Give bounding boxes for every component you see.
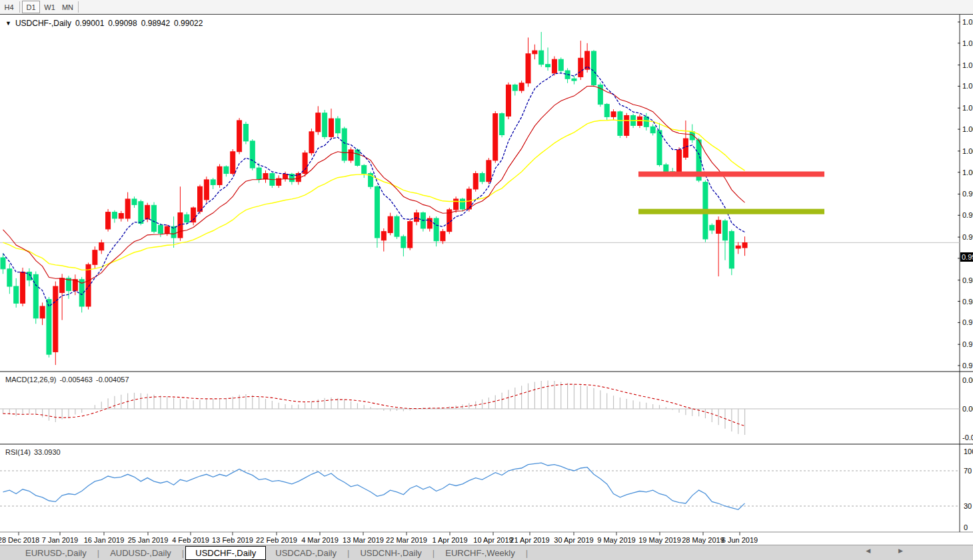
date-axis-label: 28 Dec 2018 (0, 536, 39, 544)
candle-body (47, 300, 51, 354)
candle-body (434, 218, 439, 241)
candle-body (1, 258, 5, 269)
candle-body (99, 243, 104, 250)
candle-body (585, 51, 590, 69)
candle-body (119, 213, 123, 218)
candle-body (60, 278, 65, 293)
candle-body (546, 65, 550, 67)
candle-body (33, 274, 38, 318)
date-axis-label: 28 May 2019 (682, 536, 724, 544)
timeframe-button-d1[interactable]: D1 (22, 1, 40, 13)
ohlc-open: 0.99001 (75, 19, 104, 28)
candle-body (303, 153, 307, 174)
candle-body (198, 186, 203, 211)
macd-name: MACD(12,26,9) (5, 376, 56, 384)
candle-body (677, 150, 682, 173)
candle-body (415, 213, 419, 222)
candle-body (461, 199, 465, 209)
rsi-axis-label: 0 (964, 523, 968, 531)
chart-area[interactable]: ▼ USDCHF-,Daily 0.99001 0.99098 0.98942 … (0, 15, 973, 544)
date-axis-label: 9 May 2019 (597, 536, 635, 544)
symbol-tab-usdcad[interactable]: USDCAD-,Daily (266, 546, 346, 560)
candle-body (578, 58, 583, 77)
date-axis-label: 13 Feb 2019 (212, 536, 253, 544)
candle-body (454, 199, 459, 210)
rsi-name: RSI(14) (5, 448, 31, 456)
candle-body (736, 246, 740, 248)
candle-body (263, 174, 268, 179)
candle-body (342, 129, 347, 160)
timeframe-button-mn[interactable]: MN (59, 1, 76, 13)
rsi-value: 33.0930 (34, 448, 61, 456)
price-axis-label: 0.99800 (962, 190, 973, 198)
candle-body (729, 232, 734, 268)
candle-body (388, 216, 393, 232)
symbol-tab-audusd[interactable]: AUDUSD-,Daily (101, 546, 181, 560)
symbol-dropdown-icon[interactable]: ▼ (5, 20, 11, 27)
tab-scroll-left-icon[interactable]: ◀ (866, 547, 870, 554)
candle-body (558, 59, 563, 71)
candle-body (158, 225, 163, 233)
candle-body (572, 79, 576, 81)
candle-body (493, 114, 498, 160)
timeframe-toolbar: H4 D1 W1 MN (0, 0, 973, 15)
candle-body (611, 112, 616, 117)
candle-body (650, 127, 655, 133)
candle-body (716, 220, 721, 234)
price-axis-label: 1.01870 (962, 61, 973, 69)
chart-ohlc-header: ▼ USDCHF-,Daily 0.99001 0.99098 0.98942 … (5, 19, 203, 28)
trading-terminal-window: H4 D1 W1 MN ▼ USDCHF-,Daily 0.99001 0.99… (0, 0, 973, 560)
candle-body (93, 250, 97, 265)
timeframe-button-h4[interactable]: H4 (1, 1, 17, 13)
price-axis-label: 1.00150 (962, 168, 973, 176)
candle-body (441, 232, 445, 241)
candle-body (604, 105, 609, 117)
date-axis-label: 6 Jun 2019 (722, 536, 758, 544)
rsi-axis-label: 70 (964, 467, 972, 475)
candle-body (552, 59, 556, 73)
candle-body (7, 269, 12, 286)
tab-scroll-right-icon[interactable]: ▶ (898, 547, 903, 554)
price-axis-label: 0.97050 (962, 362, 973, 370)
price-axis-label: 1.02220 (962, 39, 973, 47)
candle-body (723, 221, 728, 240)
symbol-tab-usdchf[interactable]: USDCHF-,Daily (185, 546, 266, 560)
price-axis-label: 1.00490 (962, 147, 973, 155)
candle-body (283, 174, 288, 179)
rsi-axis-label: 100 (964, 447, 973, 455)
candle-body (539, 51, 544, 65)
candle-body (243, 125, 248, 141)
candle-body (73, 280, 77, 291)
macd-value: -0.005463 (59, 376, 93, 384)
candle-body (21, 272, 25, 304)
symbol-tab-eurchf[interactable]: EURCHF-,Weekly (436, 546, 524, 560)
candle-body (473, 174, 478, 189)
candle-body (309, 132, 314, 153)
date-axis-label: 7 Jan 2019 (42, 536, 78, 544)
date-axis-label: 21 Apr 2019 (510, 536, 549, 544)
price-axis-label: 0.99110 (962, 233, 973, 241)
chart-canvas[interactable] (0, 15, 973, 544)
symbol-tab-usdcnh[interactable]: USDCNH-,Daily (351, 546, 431, 560)
rsi-axis-label: 30 (964, 502, 972, 510)
candle-body (710, 225, 714, 230)
date-axis-label: 13 Mar 2019 (343, 536, 384, 544)
candle-body (329, 119, 334, 137)
candle-body (408, 222, 413, 248)
candle-body (500, 114, 504, 135)
price-axis-label: 1.00840 (962, 125, 973, 133)
macd-indicator-label: MACD(12,26,9) -0.005463 -0.004057 (5, 376, 129, 384)
candle-body (204, 180, 209, 200)
timeframe-button-w1[interactable]: W1 (41, 1, 58, 13)
candle-body (132, 199, 137, 204)
candle-body (362, 165, 367, 173)
candle-body (316, 113, 321, 132)
candle-body (40, 306, 45, 318)
date-axis-label: 1 Apr 2019 (432, 536, 467, 544)
symbol-tab-eurusd[interactable]: EURUSD-,Daily (16, 546, 96, 560)
price-axis-label: 0.98080 (962, 298, 973, 306)
candle-body (349, 150, 353, 160)
date-axis-label: 30 Apr 2019 (554, 536, 593, 544)
tab-divider: | (97, 548, 99, 558)
tab-divider: | (433, 548, 435, 558)
